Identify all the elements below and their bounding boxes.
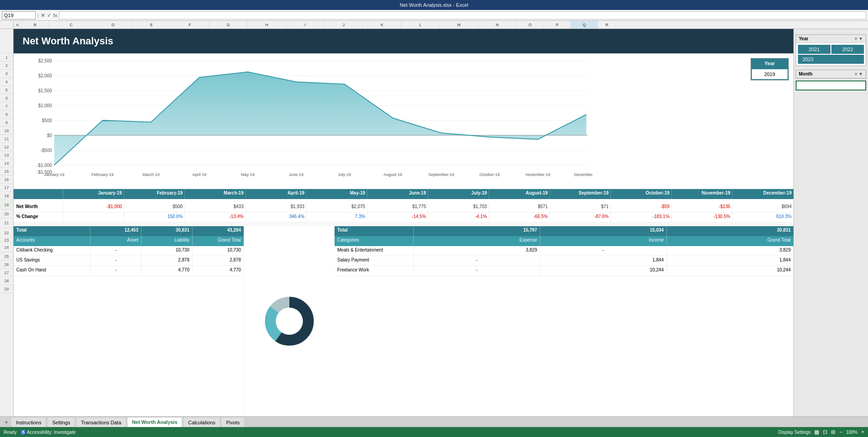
svg-text:March-19: March-19	[142, 172, 160, 177]
year-2022[interactable]: 2022	[831, 45, 864, 54]
pct-aug: -66.5%	[489, 213, 550, 222]
row-3: 3	[0, 70, 13, 78]
zoom-in-icon[interactable]: +	[861, 429, 864, 435]
salary-label: Salary Payment	[335, 256, 414, 266]
tab-pivots[interactable]: Pivots	[221, 417, 245, 427]
formula-input[interactable]	[59, 11, 866, 19]
pct-nov: -130.5%	[672, 213, 733, 222]
accessibility-icon[interactable]: ♿ Accessibility: Investigate	[20, 430, 76, 435]
tab-settings[interactable]: Settings	[47, 417, 75, 427]
pct-may: 7.3%	[307, 213, 368, 222]
add-sheet-button[interactable]: +	[2, 417, 11, 427]
zoom-out-icon[interactable]: −	[839, 429, 842, 435]
col-q[interactable]: Q	[571, 21, 598, 28]
page-layout-icon[interactable]: ⊡	[823, 429, 827, 435]
row-9: 9	[0, 119, 13, 127]
name-box[interactable]	[2, 11, 36, 19]
display-settings[interactable]: Display Settings	[778, 430, 811, 435]
normal-view-icon[interactable]: ▦	[814, 429, 819, 435]
row-11: 11	[0, 135, 13, 143]
pct-jun: -14.5%	[368, 213, 429, 222]
freelance-income: 10,244	[540, 266, 667, 276]
col-e[interactable]: E	[132, 21, 171, 28]
cash-liability: 4,770	[142, 266, 193, 276]
cancel-icon[interactable]: ✕	[41, 12, 45, 19]
bottom-section: Total 12,453 30,831 43,284 Accounts Asse…	[14, 226, 793, 416]
row-1: 1	[0, 53, 13, 62]
pct-oct: -183.1%	[611, 213, 672, 222]
tab-calculations[interactable]: Calculations	[183, 417, 220, 427]
meals-label: Meals & Entertainment	[335, 246, 414, 256]
salary-grand: 1,844	[667, 256, 793, 266]
col-r[interactable]: R	[598, 21, 616, 28]
svg-text:June-19: June-19	[289, 172, 304, 177]
app-title: Net Worth Analysis.xlsx - Excel	[4, 2, 864, 8]
page-break-icon[interactable]: ⊞	[831, 429, 835, 435]
cat-total-expense: 15,797	[414, 226, 540, 236]
function-icon[interactable]: fx	[53, 13, 57, 18]
accounts-col-asset: Asset	[90, 236, 142, 246]
nw-mar: $433	[185, 203, 246, 212]
nw-jun: $1,775	[368, 203, 429, 212]
category-row-salary: Salary Payment - 1,844 1,844	[335, 256, 793, 266]
col-k[interactable]: K	[363, 21, 401, 28]
col-o[interactable]: O	[517, 21, 544, 28]
cat-total-grand: 30,831	[667, 226, 793, 236]
row23-spacer	[14, 223, 793, 226]
accounts-total-header: Total 12,453 30,831 43,284	[14, 226, 244, 236]
row-numbers: 1 2 3 4 5 6 7 8 9 10 11 12 13 14 15 16 1…	[0, 29, 14, 416]
cat-total-label: Total	[335, 226, 414, 236]
sheet-tabs-bar: + Instructions Settings Transactions Dat…	[0, 416, 868, 427]
cash-label: Cash On Hand	[14, 266, 90, 276]
col-m[interactable]: M	[440, 21, 478, 28]
col-h[interactable]: H	[248, 21, 286, 28]
svg-text:August-19: August-19	[383, 172, 402, 177]
svg-point-33	[276, 308, 303, 335]
header-feb: February-19	[124, 189, 185, 199]
zoom-level: 100%	[846, 430, 858, 435]
row-14: 14	[0, 159, 13, 167]
pie-chart-area	[244, 226, 335, 416]
col-g[interactable]: G	[209, 21, 248, 28]
confirm-icon[interactable]: ✓	[47, 12, 52, 19]
year-filter-icon[interactable]: ≡ ▼	[854, 36, 863, 41]
col-c[interactable]: C	[49, 21, 94, 28]
svg-text:$2,000: $2,000	[38, 73, 52, 78]
svg-text:September-19: September-19	[428, 172, 454, 177]
svg-text:$1,500: $1,500	[38, 88, 52, 93]
year-slicer-value[interactable]: 2019	[751, 68, 788, 80]
row-15: 15	[0, 167, 13, 176]
year-slicer-header: Year	[751, 58, 788, 68]
salary-income: 1,844	[540, 256, 667, 266]
row-23: 23	[0, 238, 13, 242]
col-f[interactable]: F	[171, 21, 209, 28]
category-row-freelance: Freelance Work - 10,244 10,244	[335, 266, 793, 276]
tab-net-worth-analysis[interactable]: Net Worth Analysis	[127, 417, 182, 427]
pct-change-label: % Change	[14, 213, 63, 222]
col-b[interactable]: B	[22, 21, 49, 28]
row-18: 18	[0, 192, 13, 200]
tab-instructions[interactable]: Instructions	[11, 417, 46, 427]
col-i[interactable]: I	[286, 21, 325, 28]
col-n[interactable]: N	[478, 21, 517, 28]
year-2021[interactable]: 2021	[798, 45, 830, 54]
tab-transactions[interactable]: Transactions Data	[76, 417, 126, 427]
col-p[interactable]: P	[544, 21, 571, 28]
year-slicer-panel: Year ≡ ▼ 2021 2022 2023	[796, 34, 866, 66]
col-d[interactable]: D	[94, 21, 132, 28]
freelance-grand: 10,244	[667, 266, 793, 276]
row-header-spacer	[0, 21, 14, 28]
nw-sep: $71	[550, 203, 611, 212]
selected-cell-indicator[interactable]	[796, 81, 866, 90]
col-j[interactable]: J	[325, 21, 363, 28]
month-filter-icon[interactable]: ≡ ▼	[854, 71, 863, 76]
accounts-subheader: Accounts Asset Liability Grand Total	[14, 236, 244, 246]
svg-text:$1,000: $1,000	[38, 103, 52, 108]
col-a[interactable]: A	[14, 21, 22, 28]
row20-spacer	[14, 199, 793, 203]
freelance-expense: -	[414, 266, 540, 276]
header-dec: December-19	[732, 189, 793, 199]
year-2023[interactable]: 2023	[798, 55, 864, 64]
col-l[interactable]: L	[401, 21, 440, 28]
pct-mar: -13.4%	[185, 213, 246, 222]
